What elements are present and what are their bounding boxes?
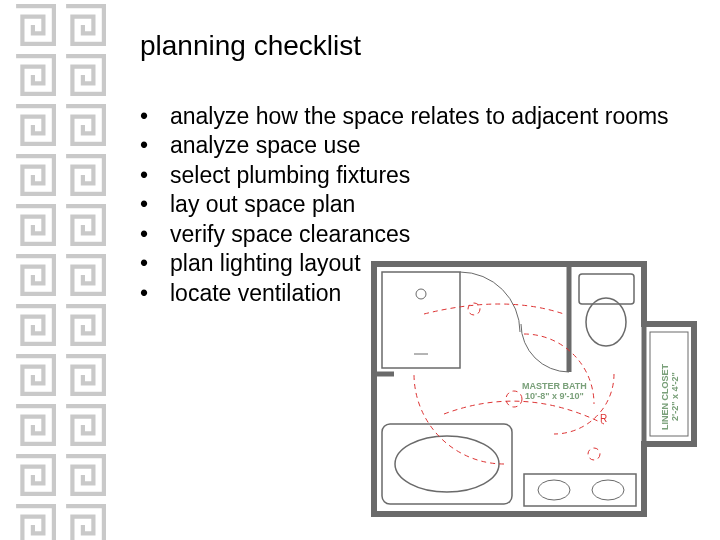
- bullet-text: analyze how the space relates to adjacen…: [170, 102, 669, 131]
- greek-key-icon: [60, 250, 110, 300]
- greek-key-icon: [60, 300, 110, 350]
- greek-key-icon: [10, 450, 60, 500]
- floorplan-diagram: R MASTER BATH 10'-8" x 9'-10" LINEN CLOS…: [364, 254, 704, 524]
- svg-point-5: [586, 298, 626, 346]
- list-item: •select plumbing fixtures: [140, 161, 710, 190]
- greek-key-icon: [60, 400, 110, 450]
- svg-point-14: [506, 391, 522, 407]
- greek-key-icon: [10, 500, 60, 540]
- linen-closet-label: LINEN CLOSET 2'-2" x 4'-2": [661, 364, 681, 430]
- greek-key-icon: [10, 400, 60, 450]
- greek-key-icon: [10, 0, 60, 50]
- list-item: •analyze how the space relates to adjace…: [140, 102, 710, 131]
- greek-key-icon: [10, 300, 60, 350]
- svg-rect-4: [579, 274, 634, 304]
- greek-key-icon: [10, 50, 60, 100]
- greek-key-icon: [10, 150, 60, 200]
- greek-key-icon: [60, 350, 110, 400]
- greek-key-icon: [10, 100, 60, 150]
- bullet-text: verify space clearances: [170, 220, 410, 249]
- greek-key-icon: [60, 100, 110, 150]
- bullet-text: select plumbing fixtures: [170, 161, 410, 190]
- greek-key-icon: [10, 350, 60, 400]
- greek-key-icon: [10, 250, 60, 300]
- svg-rect-11: [524, 474, 636, 506]
- greek-key-icon: [60, 200, 110, 250]
- greek-key-icon: [60, 50, 110, 100]
- bullet-text: plan lighting layout: [170, 249, 361, 278]
- svg-point-13: [592, 480, 624, 500]
- slide-title: planning checklist: [140, 30, 710, 62]
- svg-point-12: [538, 480, 570, 500]
- bullet-text: analyze space use: [170, 131, 361, 160]
- bullet-text: locate ventilation: [170, 279, 341, 308]
- svg-point-10: [395, 436, 499, 492]
- list-item: •lay out space plan: [140, 190, 710, 219]
- greek-key-icon: [60, 0, 110, 50]
- list-item: •analyze space use: [140, 131, 710, 160]
- greek-key-sidebar: (function(){ const sb = document.current…: [10, 0, 110, 540]
- svg-point-7: [416, 289, 426, 299]
- greek-key-icon: [60, 150, 110, 200]
- bullet-text: lay out space plan: [170, 190, 355, 219]
- greek-key-icon: [10, 200, 60, 250]
- master-bath-label: MASTER BATH 10'-8" x 9'-10": [522, 382, 587, 402]
- list-item: •verify space clearances: [140, 220, 710, 249]
- greek-key-icon: [60, 450, 110, 500]
- greek-key-icon: [60, 500, 110, 540]
- svg-point-16: [588, 448, 600, 460]
- mark-r-text: R: [600, 413, 607, 424]
